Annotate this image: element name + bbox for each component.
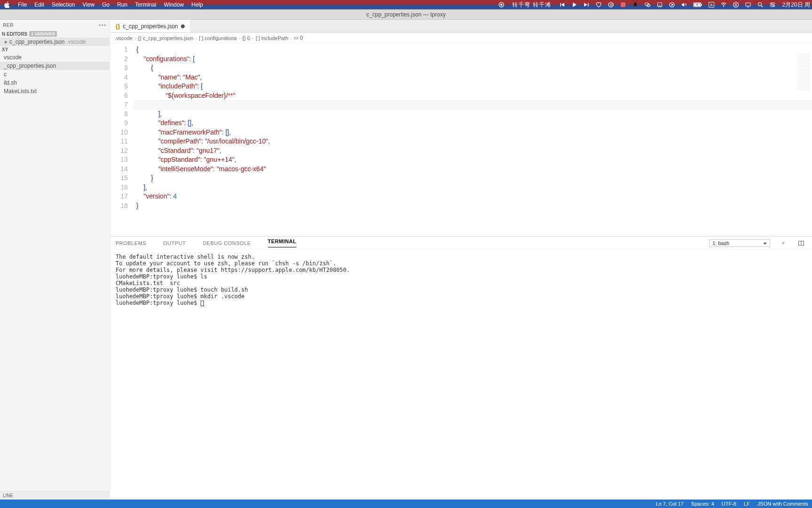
breadcrumb-segment[interactable]: {} 0 bbox=[242, 35, 250, 41]
wechat-icon[interactable] bbox=[641, 1, 654, 8]
status-encoding[interactable]: UTF-8 bbox=[718, 501, 740, 507]
terminal-output[interactable]: The default interactive shell is now zsh… bbox=[110, 250, 812, 500]
explorer-more-icon[interactable]: ••• bbox=[99, 23, 107, 28]
battery-icon[interactable] bbox=[690, 1, 705, 8]
menu-window[interactable]: Window bbox=[160, 1, 188, 8]
code-content[interactable]: { "configurations": [ { "name": "Mac", "… bbox=[133, 43, 812, 236]
prev-track-icon[interactable] bbox=[556, 1, 568, 8]
svg-point-14 bbox=[723, 6, 724, 7]
open-editor-item[interactable]: ● c_cpp_properties.json .vscode bbox=[0, 38, 109, 46]
menu-view[interactable]: View bbox=[78, 1, 98, 8]
json-file-icon: {} bbox=[116, 23, 120, 30]
split-terminal-icon[interactable] bbox=[796, 239, 806, 246]
breadcrumb[interactable]: .vscode›{} c_cpp_properties.json›[ ] con… bbox=[110, 33, 812, 43]
menu-selection[interactable]: Selection bbox=[48, 1, 78, 8]
sync-icon[interactable] bbox=[666, 1, 678, 8]
app-tray-icon[interactable] bbox=[654, 1, 666, 8]
terminal-cursor bbox=[201, 301, 204, 306]
file-tree: vscode_cpp_properties.jsoncild.shMakeLis… bbox=[0, 53, 109, 95]
explorer-sidebar: RER ••• N EDITORS 1 UNSAVED ● c_cpp_prop… bbox=[0, 20, 110, 500]
status-eol[interactable]: LF bbox=[740, 501, 754, 507]
open-editors-heading[interactable]: N EDITORS 1 UNSAVED bbox=[0, 30, 109, 38]
svg-text:A: A bbox=[710, 3, 713, 7]
chevron-right-icon: › bbox=[252, 35, 254, 41]
play-icon[interactable] bbox=[568, 1, 580, 8]
status-bar: Ln 7, Col 17 Spaces: 4 UTF-8 LF JSON wit… bbox=[0, 500, 812, 508]
menu-go[interactable]: Go bbox=[98, 1, 113, 8]
apple-logo-icon bbox=[4, 1, 10, 8]
status-line-col[interactable]: Ln 7, Col 17 bbox=[652, 501, 687, 507]
panel-tab-problems[interactable]: PROBLEMS bbox=[116, 240, 146, 246]
mac-menubar: File Edit Selection View Go Run Terminal… bbox=[0, 0, 812, 9]
minimap[interactable] bbox=[797, 54, 810, 91]
user-icon[interactable] bbox=[730, 1, 742, 8]
outline-heading[interactable]: LINE bbox=[0, 491, 110, 500]
svg-rect-20 bbox=[770, 5, 775, 7]
explorer-title: RER bbox=[3, 23, 14, 28]
wifi-icon[interactable] bbox=[718, 1, 730, 8]
chevron-right-icon: › bbox=[290, 35, 292, 41]
svg-text:词: 词 bbox=[609, 3, 612, 7]
window-titlebar: c_cpp_properties.json — tproxy bbox=[0, 9, 812, 20]
svg-rect-1 bbox=[500, 4, 502, 6]
lyrics-icon[interactable]: 词 bbox=[605, 1, 617, 8]
menubar-clock[interactable]: 2月20日 周 bbox=[779, 1, 812, 9]
heart-icon[interactable] bbox=[593, 1, 605, 8]
tree-folder[interactable]: vscode bbox=[0, 53, 109, 62]
menu-file[interactable]: File bbox=[14, 1, 31, 8]
svg-rect-19 bbox=[770, 3, 775, 4]
menu-terminal[interactable]: Terminal bbox=[131, 1, 160, 8]
svg-point-18 bbox=[758, 2, 761, 6]
chevron-right-icon: › bbox=[239, 35, 241, 41]
dirty-dot-icon: ● bbox=[4, 39, 8, 45]
dirty-indicator-icon bbox=[181, 24, 185, 28]
project-label: XY bbox=[2, 47, 8, 52]
now-playing-title: 转千弯 转千滩 bbox=[508, 1, 555, 9]
tree-folder[interactable]: c bbox=[0, 70, 109, 79]
menubar-app-icon[interactable] bbox=[617, 1, 629, 8]
tree-file[interactable]: MakeLists.txt bbox=[0, 87, 109, 95]
window-title: c_cpp_properties.json — tproxy bbox=[367, 11, 446, 18]
project-heading[interactable]: XY bbox=[0, 46, 109, 53]
breadcrumb-segment[interactable]: [ ] includePath bbox=[256, 35, 289, 41]
panel-tabs: PROBLEMSOUTPUTDEBUG CONSOLETERMINAL 1: b… bbox=[110, 237, 812, 250]
open-editor-dir: .vscode bbox=[66, 39, 86, 45]
breadcrumb-segment[interactable]: ▭ 0 bbox=[294, 35, 303, 41]
breadcrumb-segment[interactable]: {} c_cpp_properties.json bbox=[138, 35, 194, 41]
spotlight-icon[interactable] bbox=[754, 1, 766, 8]
display-icon[interactable] bbox=[742, 1, 754, 8]
control-center-icon[interactable] bbox=[766, 1, 779, 8]
open-editors-label: N EDITORS bbox=[2, 32, 27, 37]
unsaved-badge: 1 UNSAVED bbox=[29, 31, 57, 37]
input-source-icon[interactable]: A bbox=[705, 1, 718, 8]
new-terminal-icon[interactable]: ＋ bbox=[779, 239, 788, 246]
breadcrumb-segment[interactable]: [ ] configurations bbox=[199, 35, 237, 41]
next-track-icon[interactable] bbox=[580, 1, 593, 8]
status-language[interactable]: JSON with Comments bbox=[754, 501, 812, 507]
panel-tab-terminal[interactable]: TERMINAL bbox=[268, 238, 297, 247]
bottom-panel: PROBLEMSOUTPUTDEBUG CONSOLETERMINAL 1: b… bbox=[110, 236, 812, 500]
breadcrumb-segment[interactable]: .vscode bbox=[115, 35, 133, 41]
menu-help[interactable]: Help bbox=[187, 1, 207, 8]
panel-tab-output[interactable]: OUTPUT bbox=[163, 240, 186, 246]
code-editor[interactable]: 123456789101112131415161718 { "configura… bbox=[110, 43, 812, 236]
editor-tab[interactable]: {} c_cpp_properties.json bbox=[110, 20, 191, 32]
record-icon[interactable] bbox=[495, 1, 508, 8]
bell-icon[interactable] bbox=[629, 1, 641, 8]
svg-point-22 bbox=[773, 6, 774, 7]
editor-area: {} c_cpp_properties.json .vscode›{} c_cp… bbox=[110, 20, 812, 500]
status-spaces[interactable]: Spaces: 4 bbox=[687, 501, 718, 507]
volume-icon[interactable] bbox=[678, 1, 690, 8]
svg-rect-11 bbox=[701, 4, 702, 5]
menu-run[interactable]: Run bbox=[113, 1, 131, 8]
tree-file[interactable]: ild.sh bbox=[0, 79, 109, 87]
open-editor-filename: c_cpp_properties.json bbox=[9, 39, 64, 45]
tree-file[interactable]: _cpp_properties.json bbox=[0, 62, 109, 70]
svg-point-16 bbox=[735, 3, 737, 5]
svg-rect-17 bbox=[746, 3, 750, 6]
explorer-heading: RER ••• bbox=[0, 20, 109, 30]
terminal-selector[interactable]: 1: bash bbox=[709, 239, 770, 247]
panel-tab-debug-console[interactable]: DEBUG CONSOLE bbox=[203, 240, 250, 246]
menu-edit[interactable]: Edit bbox=[31, 1, 48, 8]
editor-tabs: {} c_cpp_properties.json bbox=[110, 20, 812, 33]
